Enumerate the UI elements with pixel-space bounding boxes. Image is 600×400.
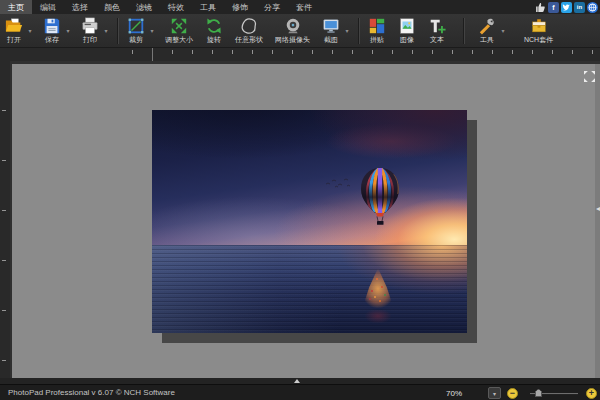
horizontal-ruler-ticks	[132, 50, 598, 54]
zoom-controls: 70% ▾ − +	[432, 385, 597, 400]
save-button[interactable]: 保存 ▾	[40, 14, 72, 47]
freeform-shape-icon	[240, 17, 258, 35]
workspace: ◂	[0, 61, 600, 378]
zoom-slider[interactable]	[530, 388, 578, 398]
freeform-shape-button[interactable]: 任意形状	[232, 14, 266, 47]
tab-select[interactable]: 选择	[64, 0, 96, 14]
tab-filter[interactable]: 滤镜	[128, 0, 160, 14]
save-icon	[43, 17, 61, 35]
facebook-icon[interactable]: f	[548, 2, 559, 13]
linkedin-icon[interactable]: in	[574, 2, 585, 13]
crop-icon	[127, 17, 145, 35]
text-icon	[428, 17, 446, 35]
tools-icon	[478, 17, 496, 35]
print-icon	[81, 17, 99, 35]
screenshot-icon	[322, 17, 340, 35]
vertical-ruler	[0, 61, 10, 378]
ruler-origin-marker	[152, 48, 153, 61]
scroll-up-arrow-icon[interactable]	[294, 379, 300, 383]
rotate-button[interactable]: 旋转	[202, 14, 226, 47]
reflection-speckles	[376, 278, 378, 280]
rotate-icon	[205, 17, 223, 35]
photo-balloon-sunset[interactable]	[152, 110, 467, 333]
resize-icon	[170, 17, 188, 35]
image-button[interactable]: 图像	[395, 14, 419, 47]
tab-effects[interactable]: 特效	[160, 0, 192, 14]
panel-collapse-arrow-icon[interactable]: ◂	[596, 205, 600, 213]
open-folder-icon	[5, 17, 23, 35]
open-button[interactable]: 打开 ▾	[2, 14, 34, 47]
toolbar-separator	[117, 18, 119, 44]
zoom-level-value: 70%	[432, 389, 462, 398]
twitter-icon[interactable]	[561, 2, 572, 13]
hot-air-balloon	[358, 167, 402, 225]
save-dropdown-arrow[interactable]: ▾	[64, 27, 72, 35]
collage-icon	[368, 17, 386, 35]
horizontal-ruler	[0, 48, 600, 61]
photo-sea	[152, 245, 467, 333]
crop-button[interactable]: 裁剪 ▾	[124, 14, 156, 47]
toolbar-separator	[358, 18, 360, 44]
expand-fullscreen-icon[interactable]	[584, 68, 595, 79]
canvas-area[interactable]: ◂	[12, 64, 600, 378]
nch-suite-button[interactable]: NCH套件	[521, 14, 556, 47]
tools-dropdown-arrow[interactable]: ▾	[499, 27, 507, 35]
social-icon-strip: f in	[535, 1, 598, 13]
web-icon[interactable]	[587, 2, 598, 13]
zoom-slider-handle[interactable]	[535, 389, 542, 397]
zoom-out-button[interactable]: −	[507, 388, 518, 399]
app-version-text: PhotoPad Professional v 6.07 © NCH Softw…	[8, 388, 175, 397]
vertical-ruler-ticks	[2, 110, 6, 376]
toolbar-separator	[463, 18, 465, 44]
canvas-viewport: ◂	[10, 61, 600, 378]
tab-edit[interactable]: 编辑	[32, 0, 64, 14]
open-dropdown-arrow[interactable]: ▾	[26, 27, 34, 35]
print-dropdown-arrow[interactable]: ▾	[102, 27, 110, 35]
tab-retouch[interactable]: 修饰	[224, 0, 256, 14]
screenshot-dropdown-arrow[interactable]: ▾	[343, 27, 351, 35]
menu-tab-bar: 主页 编辑 选择 颜色 滤镜 特效 工具 修饰 分享 套件 f in	[0, 0, 600, 14]
screenshot-button[interactable]: 截图 ▾	[319, 14, 351, 47]
photopad-window: 主页 编辑 选择 颜色 滤镜 特效 工具 修饰 分享 套件 f in	[0, 0, 600, 400]
zoom-in-button[interactable]: +	[586, 388, 597, 399]
webcam-icon	[284, 17, 302, 35]
reflection-dark-streak	[360, 310, 396, 330]
tab-color[interactable]: 颜色	[96, 0, 128, 14]
print-button[interactable]: 打印 ▾	[78, 14, 110, 47]
image-icon	[398, 17, 416, 35]
collage-button[interactable]: 拼贴	[365, 14, 389, 47]
like-icon[interactable]	[535, 2, 546, 13]
status-bar: PhotoPad Professional v 6.07 © NCH Softw…	[0, 384, 600, 400]
birds-flock	[324, 176, 354, 188]
tools-button[interactable]: 工具 ▾	[475, 14, 507, 47]
webcam-button[interactable]: 网络摄像头	[272, 14, 313, 47]
main-toolbar: 打开 ▾ 保存 ▾ 打印 ▾	[0, 14, 600, 48]
tab-share[interactable]: 分享	[256, 0, 288, 14]
photo-sea-ripples	[152, 245, 467, 333]
tab-home[interactable]: 主页	[0, 0, 32, 14]
zoom-dropdown-button[interactable]: ▾	[488, 387, 501, 399]
tab-tools[interactable]: 工具	[192, 0, 224, 14]
tab-suite[interactable]: 套件	[288, 0, 320, 14]
crop-dropdown-arrow[interactable]: ▾	[148, 27, 156, 35]
text-button[interactable]: 文本	[425, 14, 449, 47]
nch-suite-icon	[530, 17, 548, 35]
resize-button[interactable]: 调整大小	[162, 14, 196, 47]
